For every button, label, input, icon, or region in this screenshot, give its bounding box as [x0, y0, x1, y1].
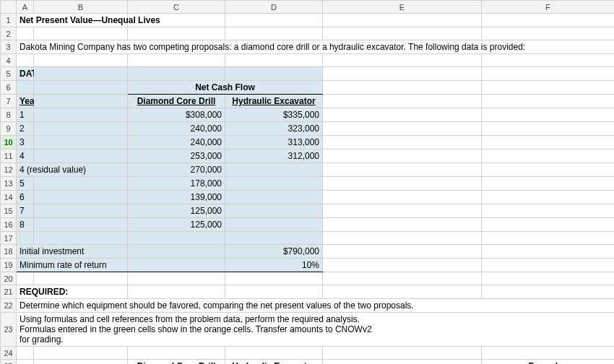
cell-h[interactable]: 313,000	[225, 136, 323, 150]
cell[interactable]	[482, 108, 615, 122]
cell[interactable]	[323, 67, 482, 81]
cell-h[interactable]	[225, 191, 323, 204]
cell-d[interactable]: 125,000	[128, 204, 225, 218]
cell[interactable]	[323, 14, 482, 27]
cell[interactable]	[34, 218, 128, 232]
row-header-6[interactable]: 6	[1, 81, 17, 95]
cell[interactable]	[34, 67, 128, 81]
cell-d[interactable]: 178,000	[128, 177, 225, 191]
select-all-corner[interactable]	[1, 1, 17, 14]
instructions-cell[interactable]: Using formulas and cell references from …	[17, 313, 615, 347]
cell[interactable]	[34, 360, 128, 365]
cell[interactable]	[17, 27, 34, 40]
cell[interactable]	[34, 122, 128, 136]
cell[interactable]	[128, 232, 225, 245]
cell[interactable]	[225, 347, 323, 360]
cell[interactable]	[482, 54, 615, 67]
cell[interactable]	[34, 177, 128, 191]
cell[interactable]	[323, 204, 482, 218]
row-header-18[interactable]: 18	[1, 245, 17, 259]
cell[interactable]	[482, 245, 615, 259]
cell[interactable]	[17, 54, 34, 67]
initial-investment-value[interactable]: $790,000	[225, 245, 323, 259]
ncf-header[interactable]: Net Cash Flow	[128, 81, 323, 95]
cell[interactable]	[225, 285, 323, 299]
title-cell[interactable]: Net Present Value—Unequal Lives	[17, 14, 128, 27]
intro-cell[interactable]: Dakota Mining Company has two competing …	[17, 40, 615, 54]
row-header-1[interactable]: 1	[1, 14, 17, 27]
row-header-8[interactable]: 8	[1, 108, 17, 122]
cell-year[interactable]: 1	[17, 108, 34, 122]
cell[interactable]	[482, 95, 615, 108]
year-label[interactable]: Year	[17, 95, 34, 108]
cell[interactable]	[482, 81, 615, 95]
row-header-15[interactable]: 15	[1, 204, 17, 218]
result-diamond-label[interactable]: Diamond Core Drill	[128, 360, 225, 365]
row-header-12[interactable]: 12	[1, 163, 17, 177]
cell[interactable]	[482, 204, 615, 218]
cell[interactable]	[323, 95, 482, 108]
cell[interactable]	[225, 67, 323, 81]
row-header-14[interactable]: 14	[1, 191, 17, 204]
row-header-25[interactable]: 25	[1, 360, 17, 365]
cell-year[interactable]: 2	[17, 122, 34, 136]
row-header-3[interactable]: 3	[1, 40, 17, 54]
cell-h[interactable]: 312,000	[225, 150, 323, 163]
cell[interactable]	[225, 54, 323, 67]
cell-d[interactable]: 253,000	[128, 150, 225, 163]
min-rate-label[interactable]: Minimum rate of return	[17, 259, 128, 272]
col-header-F[interactable]: F	[482, 1, 615, 14]
cell[interactable]	[323, 347, 482, 360]
cell[interactable]	[128, 27, 225, 40]
spreadsheet-grid[interactable]: A B C D E F 1 Net Present Value—Unequal …	[0, 0, 614, 364]
col-header-C[interactable]: C	[128, 1, 225, 14]
cell[interactable]	[323, 122, 482, 136]
cell[interactable]	[34, 54, 128, 67]
row-header-11[interactable]: 11	[1, 150, 17, 163]
cell[interactable]	[482, 177, 615, 191]
cell-d[interactable]: 139,000	[128, 191, 225, 204]
required-label[interactable]: REQUIRED:	[17, 285, 128, 299]
formulas-label[interactable]: Formulas	[482, 360, 615, 365]
cell[interactable]	[323, 108, 482, 122]
cell-year[interactable]: 3	[17, 136, 34, 150]
cell[interactable]	[482, 232, 615, 245]
row-header-7[interactable]: 7	[1, 95, 17, 108]
cell[interactable]	[17, 272, 34, 285]
row-header-16[interactable]: 16	[1, 218, 17, 232]
cell-h[interactable]: $335,000	[225, 108, 323, 122]
row-header-4[interactable]: 4	[1, 54, 17, 67]
cell[interactable]	[323, 360, 482, 365]
cell[interactable]	[323, 54, 482, 67]
row-header-9[interactable]: 9	[1, 122, 17, 136]
row-header-24[interactable]: 24	[1, 347, 17, 360]
cell-d[interactable]: $308,000	[128, 108, 225, 122]
cell[interactable]	[323, 81, 482, 95]
cell[interactable]	[323, 177, 482, 191]
col-header-D[interactable]: D	[225, 1, 323, 14]
cell[interactable]	[34, 191, 128, 204]
cell[interactable]	[128, 54, 225, 67]
cell[interactable]	[323, 136, 482, 150]
cell[interactable]	[323, 150, 482, 163]
row-header-23[interactable]: 23	[1, 313, 17, 347]
cell-year[interactable]: 6	[17, 191, 34, 204]
cell[interactable]	[323, 232, 482, 245]
diamond-col-label[interactable]: Diamond Core Drill	[128, 95, 225, 108]
cell-d[interactable]: 240,000	[128, 122, 225, 136]
cell-h[interactable]	[225, 204, 323, 218]
cell[interactable]	[482, 347, 615, 360]
col-header-A[interactable]: A	[17, 1, 34, 14]
cell-d[interactable]: 240,000	[128, 136, 225, 150]
cell[interactable]	[482, 163, 615, 177]
cell-year[interactable]: 7	[17, 204, 34, 218]
cell[interactable]	[34, 81, 128, 95]
cell[interactable]	[34, 136, 128, 150]
cell-year[interactable]: 4 (residual value)	[17, 163, 128, 177]
cell[interactable]	[482, 14, 615, 27]
hydraulic-col-label[interactable]: Hydraulic Excavator	[225, 95, 323, 108]
cell[interactable]	[34, 347, 128, 360]
cell-h[interactable]	[225, 218, 323, 232]
data-header-cell-a[interactable]: DATA	[17, 67, 34, 81]
cell[interactable]	[17, 81, 34, 95]
